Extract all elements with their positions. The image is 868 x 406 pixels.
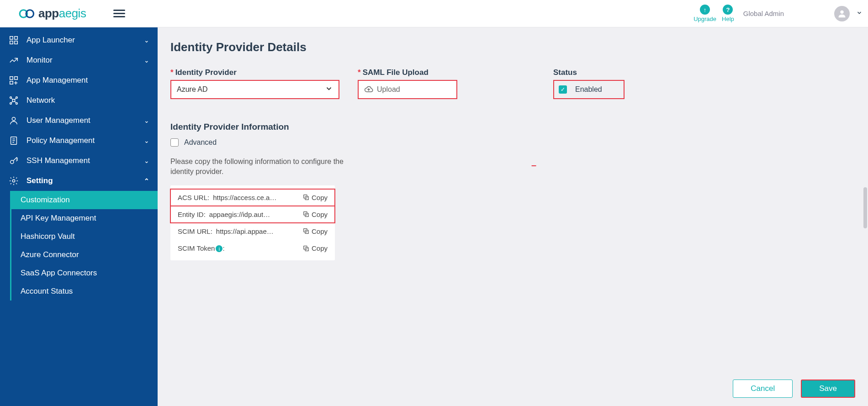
copy-scim-token-button[interactable]: Copy bbox=[302, 244, 328, 252]
help-button[interactable]: ? Help bbox=[722, 5, 734, 22]
menu-toggle-button[interactable] bbox=[113, 10, 125, 17]
svg-line-19 bbox=[11, 101, 13, 103]
copy-label: Copy bbox=[312, 227, 328, 235]
sidebar-submenu: Customization API Key Management Hashico… bbox=[10, 191, 158, 301]
sidebar-item-label: Policy Management bbox=[26, 136, 95, 145]
copy-icon bbox=[302, 194, 310, 201]
info-card: ACS URL: https://access.ce.a… Copy Entit… bbox=[170, 185, 335, 261]
sidebar-subitem-account-status[interactable]: Account Status bbox=[11, 282, 158, 301]
sidebar-item-app-launcher[interactable]: App Launcher ⌄ bbox=[0, 30, 158, 50]
form-row: *Identity Provider Azure AD *SAML File U… bbox=[170, 68, 855, 99]
checkbox-checked-icon: ✓ bbox=[559, 85, 567, 94]
saml-upload-button[interactable]: Upload bbox=[358, 80, 457, 99]
info-key: SCIM URL: bbox=[178, 227, 212, 235]
svg-rect-8 bbox=[15, 77, 17, 79]
sidebar-item-ssh-management[interactable]: SSH Management ⌄ bbox=[0, 151, 158, 171]
identity-provider-select[interactable]: Azure AD bbox=[170, 80, 339, 99]
identity-provider-label: *Identity Provider bbox=[170, 68, 339, 77]
sidebar-item-label: App Launcher bbox=[26, 36, 75, 45]
status-label: Status bbox=[553, 68, 625, 77]
upgrade-label: Upgrade bbox=[693, 16, 716, 22]
svg-point-15 bbox=[10, 103, 12, 105]
avatar-icon bbox=[837, 9, 847, 19]
sidebar-item-label: Network bbox=[26, 96, 55, 105]
identity-provider-value: Azure AD bbox=[177, 85, 208, 94]
help-label: Help bbox=[722, 16, 734, 22]
help-icon: ? bbox=[723, 5, 733, 15]
cancel-button[interactable]: Cancel bbox=[733, 380, 793, 398]
svg-point-21 bbox=[12, 117, 15, 121]
upgrade-button[interactable]: ↑ Upgrade bbox=[693, 5, 716, 22]
chevron-down-icon: ⌄ bbox=[144, 157, 149, 164]
save-button[interactable]: Save bbox=[801, 380, 855, 398]
status-value: Enabled bbox=[575, 85, 602, 94]
status-enabled-checkbox[interactable]: ✓ Enabled bbox=[553, 80, 625, 99]
advanced-checkbox-row[interactable]: Advanced bbox=[170, 138, 855, 147]
copy-icon bbox=[302, 227, 310, 235]
button-row: Cancel Save bbox=[170, 369, 855, 398]
info-icon[interactable]: i bbox=[216, 245, 222, 252]
info-value: https://api.appae… bbox=[216, 227, 299, 235]
sidebar-item-label: App Management bbox=[26, 76, 88, 85]
logo: appaegis bbox=[18, 6, 86, 21]
document-icon bbox=[8, 136, 19, 146]
svg-rect-5 bbox=[10, 41, 13, 44]
copy-icon bbox=[302, 245, 310, 252]
info-key: ACS URL: bbox=[178, 194, 209, 201]
copy-label: Copy bbox=[312, 244, 328, 252]
sidebar-item-user-management[interactable]: User Management ⌄ bbox=[0, 111, 158, 131]
grid-plus-icon bbox=[8, 75, 19, 85]
sidebar-subitem-api-key[interactable]: API Key Management bbox=[11, 209, 158, 227]
sidebar-item-app-management[interactable]: App Management bbox=[0, 70, 158, 90]
info-row-acs-url: ACS URL: https://access.ce.a… Copy bbox=[170, 189, 335, 206]
sidebar: App Launcher ⌄ Monitor ⌄ App Management … bbox=[0, 27, 158, 406]
chevron-down-icon: ⌄ bbox=[144, 137, 149, 144]
saml-upload-group: *SAML File Upload Upload bbox=[358, 68, 457, 99]
info-row-entity-id: Entity ID: appaegis://idp.aut… Copy bbox=[170, 206, 335, 223]
avatar[interactable] bbox=[834, 6, 850, 21]
svg-point-26 bbox=[11, 160, 14, 163]
info-key: SCIM Tokeni: bbox=[178, 244, 225, 253]
chevron-down-icon[interactable] bbox=[856, 10, 863, 17]
svg-point-13 bbox=[10, 97, 12, 99]
copy-scim-url-button[interactable]: Copy bbox=[302, 227, 328, 235]
annotation-mark: – bbox=[531, 160, 536, 170]
copy-entity-id-button[interactable]: Copy bbox=[302, 211, 328, 218]
info-row-scim-token: SCIM Tokeni: Copy bbox=[170, 240, 335, 257]
page-title: Identity Provider Details bbox=[170, 40, 855, 54]
sidebar-subitem-saas-connectors[interactable]: SaaS App Connectors bbox=[11, 264, 158, 282]
svg-point-14 bbox=[16, 97, 18, 99]
info-help-text: Please copy the following information to… bbox=[170, 157, 353, 177]
chevron-down-icon: ⌄ bbox=[144, 57, 149, 64]
svg-rect-7 bbox=[10, 77, 13, 79]
sidebar-item-setting[interactable]: Setting ⌃ bbox=[0, 171, 158, 191]
header: appaegis ↑ Upgrade ? Help Global Admin bbox=[0, 0, 868, 27]
svg-line-18 bbox=[15, 98, 16, 100]
info-value: appaegis://idp.aut… bbox=[209, 211, 299, 218]
sidebar-item-monitor[interactable]: Monitor ⌄ bbox=[0, 50, 158, 70]
chevron-down-icon: ⌄ bbox=[144, 117, 149, 124]
grid-icon bbox=[8, 35, 19, 45]
copy-label: Copy bbox=[312, 194, 328, 201]
svg-rect-9 bbox=[10, 81, 13, 84]
scrollbar[interactable] bbox=[863, 187, 867, 228]
sidebar-subitem-azure-connector[interactable]: Azure Connector bbox=[11, 246, 158, 264]
svg-rect-3 bbox=[10, 37, 13, 39]
key-icon bbox=[8, 156, 19, 166]
svg-rect-6 bbox=[15, 41, 17, 44]
user-role: Global Admin bbox=[743, 10, 784, 17]
brand-text: appaegis bbox=[38, 6, 86, 21]
sidebar-item-label: Monitor bbox=[26, 56, 53, 65]
chevron-down-icon bbox=[325, 84, 333, 95]
sidebar-item-policy-management[interactable]: Policy Management ⌄ bbox=[0, 131, 158, 151]
sidebar-item-label: Setting bbox=[26, 176, 53, 185]
brand-accent: aegis bbox=[59, 6, 86, 20]
sidebar-item-network[interactable]: Network bbox=[0, 90, 158, 111]
copy-acs-url-button[interactable]: Copy bbox=[302, 194, 328, 201]
sidebar-subitem-customization[interactable]: Customization bbox=[11, 191, 158, 209]
sidebar-item-label: User Management bbox=[26, 116, 90, 125]
gear-icon bbox=[8, 176, 19, 186]
upload-text: Upload bbox=[377, 85, 400, 94]
network-icon bbox=[8, 95, 19, 105]
sidebar-subitem-hashicorp[interactable]: Hashicorp Vault bbox=[11, 227, 158, 246]
